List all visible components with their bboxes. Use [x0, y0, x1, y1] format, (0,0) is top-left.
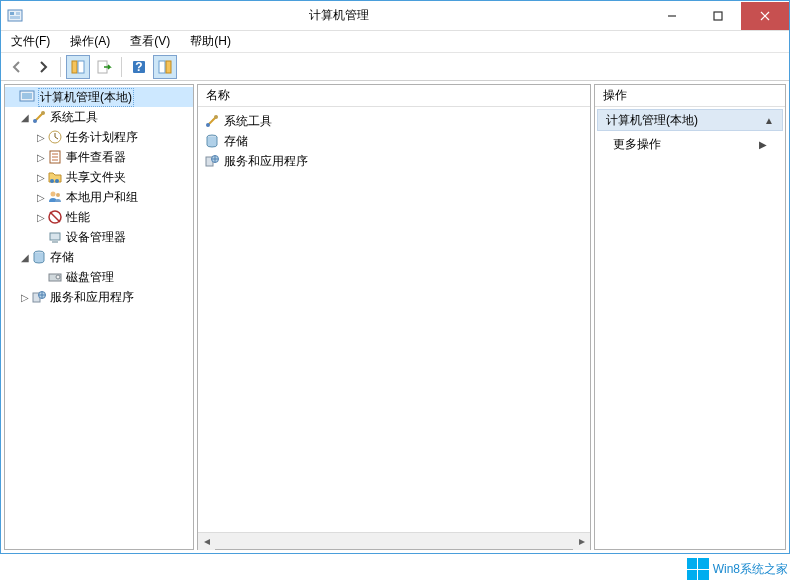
menu-file[interactable]: 文件(F) — [7, 31, 54, 52]
device-icon — [47, 229, 63, 245]
storage-icon — [31, 249, 47, 265]
svg-rect-2 — [16, 12, 20, 15]
tree-root-computer-management[interactable]: 计算机管理(本地) — [5, 87, 193, 107]
expand-icon[interactable]: ▷ — [35, 212, 47, 223]
svg-point-17 — [33, 119, 37, 123]
expand-icon[interactable]: ▷ — [19, 292, 31, 303]
tools-icon — [204, 113, 220, 129]
collapse-icon[interactable]: ◢ — [19, 112, 31, 123]
menu-help[interactable]: 帮助(H) — [186, 31, 235, 52]
minimize-button[interactable] — [649, 2, 695, 30]
tree-storage[interactable]: ◢ 存储 — [5, 247, 193, 267]
maximize-button[interactable] — [695, 2, 741, 30]
svg-point-25 — [55, 179, 59, 183]
show-hide-tree-button[interactable] — [66, 55, 90, 79]
windows-logo-icon — [687, 558, 709, 580]
computer-management-window: 计算机管理 文件(F) 操作(A) 查看(V) 帮助(H) ? 计算机管理(本 — [0, 0, 790, 554]
event-log-icon — [47, 149, 63, 165]
tree-event-viewer[interactable]: ▷ 事件查看器 — [5, 147, 193, 167]
svg-rect-5 — [714, 12, 722, 20]
services-icon — [31, 289, 47, 305]
services-icon — [204, 153, 220, 169]
column-header-actions: 操作 — [595, 85, 785, 107]
details-panel: 名称 系统工具 存储 服务和应用程序 ◂ ▸ — [197, 84, 591, 550]
svg-point-38 — [214, 115, 218, 119]
action-group-header[interactable]: 计算机管理(本地) ▲ — [597, 109, 783, 131]
expand-icon[interactable]: ▷ — [35, 132, 47, 143]
svg-rect-13 — [159, 61, 165, 73]
tree-performance[interactable]: ▷ 性能 — [5, 207, 193, 227]
list-item-storage[interactable]: 存储 — [202, 131, 586, 151]
tools-icon — [31, 109, 47, 125]
column-header-name[interactable]: 名称 — [198, 85, 590, 107]
svg-rect-0 — [8, 10, 22, 21]
menu-view[interactable]: 查看(V) — [126, 31, 174, 52]
toolbar-separator — [60, 57, 61, 77]
scroll-right-button[interactable]: ▸ — [573, 533, 590, 550]
list-item-system-tools[interactable]: 系统工具 — [202, 111, 586, 131]
svg-point-37 — [206, 123, 210, 127]
svg-rect-1 — [10, 12, 14, 15]
watermark: Win8系统之家 — [687, 558, 788, 580]
content-area: 计算机管理(本地) ◢ 系统工具 ▷ 任务计划程序 ▷ 事件查看器 — [1, 81, 789, 553]
storage-icon — [204, 133, 220, 149]
close-button[interactable] — [741, 2, 789, 30]
collapse-icon[interactable]: ▲ — [764, 115, 774, 126]
svg-rect-9 — [78, 61, 84, 73]
export-list-button[interactable] — [92, 55, 116, 79]
back-button[interactable] — [5, 55, 29, 79]
expand-icon[interactable]: ▷ — [35, 172, 47, 183]
tree-device-manager[interactable]: 设备管理器 — [5, 227, 193, 247]
svg-point-27 — [56, 193, 60, 197]
titlebar[interactable]: 计算机管理 — [1, 1, 789, 31]
tree-system-tools[interactable]: ◢ 系统工具 — [5, 107, 193, 127]
expand-icon[interactable]: ▷ — [35, 192, 47, 203]
tree-services-applications[interactable]: ▷ 服务和应用程序 — [5, 287, 193, 307]
svg-rect-8 — [72, 61, 77, 73]
tree-disk-management[interactable]: 磁盘管理 — [5, 267, 193, 287]
expand-icon[interactable]: ▷ — [35, 152, 47, 163]
svg-point-24 — [50, 179, 54, 183]
svg-point-34 — [56, 275, 60, 279]
help-button[interactable]: ? — [127, 55, 151, 79]
collapse-icon[interactable]: ◢ — [19, 252, 31, 263]
computer-icon — [19, 89, 35, 105]
shared-folder-icon — [47, 169, 63, 185]
performance-icon — [47, 209, 63, 225]
window-title: 计算机管理 — [29, 7, 649, 24]
tree-shared-folders[interactable]: ▷ 共享文件夹 — [5, 167, 193, 187]
app-icon — [7, 8, 23, 24]
clock-icon — [47, 129, 63, 145]
horizontal-scrollbar[interactable]: ◂ ▸ — [198, 532, 590, 549]
svg-rect-3 — [10, 16, 20, 19]
svg-rect-16 — [22, 93, 32, 99]
users-icon — [47, 189, 63, 205]
svg-rect-14 — [166, 61, 171, 73]
svg-point-26 — [51, 192, 56, 197]
toolbar-separator — [121, 57, 122, 77]
actions-panel: 操作 计算机管理(本地) ▲ 更多操作 ▶ — [594, 84, 786, 550]
window-controls — [649, 2, 789, 30]
tree-task-scheduler[interactable]: ▷ 任务计划程序 — [5, 127, 193, 147]
tree-panel: 计算机管理(本地) ◢ 系统工具 ▷ 任务计划程序 ▷ 事件查看器 — [4, 84, 194, 550]
svg-text:?: ? — [135, 60, 142, 74]
details-list[interactable]: 系统工具 存储 服务和应用程序 — [198, 107, 590, 532]
tree-local-users[interactable]: ▷ 本地用户和组 — [5, 187, 193, 207]
list-item-services[interactable]: 服务和应用程序 — [202, 151, 586, 171]
action-more-actions[interactable]: 更多操作 ▶ — [597, 133, 783, 155]
menu-action[interactable]: 操作(A) — [66, 31, 114, 52]
navigation-tree[interactable]: 计算机管理(本地) ◢ 系统工具 ▷ 任务计划程序 ▷ 事件查看器 — [5, 85, 193, 549]
scroll-left-button[interactable]: ◂ — [198, 533, 215, 550]
show-hide-action-pane-button[interactable] — [153, 55, 177, 79]
disk-icon — [47, 269, 63, 285]
svg-point-18 — [41, 111, 45, 115]
menubar: 文件(F) 操作(A) 查看(V) 帮助(H) — [1, 31, 789, 53]
forward-button[interactable] — [31, 55, 55, 79]
toolbar: ? — [1, 53, 789, 81]
submenu-icon: ▶ — [759, 139, 767, 150]
svg-rect-31 — [52, 241, 58, 243]
svg-rect-30 — [50, 233, 60, 240]
